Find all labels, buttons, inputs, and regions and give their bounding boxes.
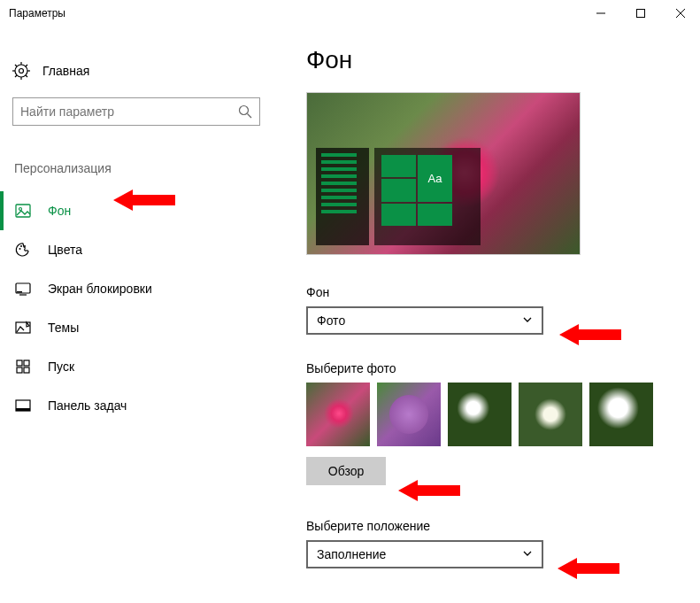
svg-rect-30 (16, 408, 30, 411)
sidebar: Главная Персонализация Фон Цвета Э (0, 53, 283, 577)
svg-rect-22 (17, 291, 22, 293)
sidebar-item-taskbar[interactable]: Панель задач (12, 386, 283, 425)
start-icon (14, 358, 32, 375)
preview-taskbar (316, 148, 369, 245)
palette-icon (14, 241, 32, 259)
svg-rect-28 (24, 367, 29, 373)
maximize-button[interactable] (620, 0, 660, 27)
svg-point-5 (19, 69, 24, 73)
svg-line-10 (15, 65, 17, 66)
taskbar-icon (14, 397, 32, 414)
fit-label: Выберите положение (306, 519, 682, 533)
photo-thumb-4[interactable] (519, 383, 582, 446)
svg-line-15 (248, 114, 252, 119)
sidebar-item-label: Цвета (48, 243, 82, 257)
svg-rect-1 (636, 10, 644, 18)
page-title: Фон (306, 46, 682, 74)
svg-line-13 (26, 65, 27, 66)
svg-point-4 (15, 65, 27, 77)
sidebar-item-background[interactable]: Фон (12, 191, 283, 230)
desktop-preview: Aa (306, 92, 581, 255)
svg-rect-25 (17, 360, 22, 366)
preview-sample-text: Aa (418, 155, 452, 202)
svg-point-14 (240, 106, 249, 115)
svg-point-19 (20, 245, 22, 247)
photo-thumb-1[interactable] (306, 383, 370, 446)
svg-point-20 (24, 245, 26, 247)
svg-point-17 (19, 208, 22, 211)
category-header: Персонализация (12, 161, 283, 175)
sidebar-item-label: Экран блокировки (48, 282, 152, 296)
search-input-wrapper[interactable] (12, 97, 260, 126)
search-icon (238, 104, 252, 119)
lockscreen-icon (14, 280, 32, 298)
svg-point-18 (19, 248, 21, 250)
gear-icon (12, 62, 30, 80)
dropdown-value: Заполнение (317, 547, 386, 561)
minimize-button[interactable] (581, 0, 620, 27)
chevron-down-icon (522, 547, 533, 561)
sidebar-item-label: Панель задач (48, 398, 127, 413)
home-label: Главная (42, 64, 89, 78)
preview-start-menu: Aa (374, 148, 481, 245)
svg-rect-16 (16, 205, 30, 217)
fit-dropdown[interactable]: Заполнение (306, 540, 543, 568)
svg-rect-26 (24, 360, 29, 366)
window-title: Параметры (9, 7, 65, 19)
home-link[interactable]: Главная (12, 53, 283, 89)
choose-photo-label: Выберите фото (306, 361, 682, 375)
window-controls (581, 0, 700, 27)
photo-thumb-3[interactable] (448, 383, 512, 446)
picture-icon (14, 202, 32, 220)
sidebar-item-start[interactable]: Пуск (12, 347, 283, 386)
search-input[interactable] (20, 104, 252, 119)
browse-button[interactable]: Обзор (306, 457, 386, 485)
svg-rect-27 (17, 367, 22, 373)
svg-line-12 (15, 75, 17, 77)
background-label: Фон (306, 285, 682, 299)
dropdown-value: Фото (317, 313, 345, 328)
sidebar-item-themes[interactable]: Темы (12, 308, 283, 347)
themes-icon (14, 319, 32, 336)
main-content: Фон Aa Фон Фото Выберите (283, 53, 700, 577)
close-button[interactable] (660, 0, 700, 27)
sidebar-item-colors[interactable]: Цвета (12, 230, 283, 269)
sidebar-item-label: Пуск (48, 359, 74, 374)
background-type-dropdown[interactable]: Фото (306, 306, 543, 335)
sidebar-item-lockscreen[interactable]: Экран блокировки (12, 269, 283, 308)
titlebar: Параметры (0, 0, 700, 27)
photo-thumb-2[interactable] (377, 383, 441, 446)
sidebar-item-label: Фон (48, 204, 71, 218)
sidebar-item-label: Темы (48, 321, 79, 335)
svg-line-11 (26, 75, 27, 77)
photo-thumbnails (306, 383, 682, 446)
chevron-down-icon (522, 313, 533, 328)
photo-thumb-5[interactable] (589, 383, 653, 446)
